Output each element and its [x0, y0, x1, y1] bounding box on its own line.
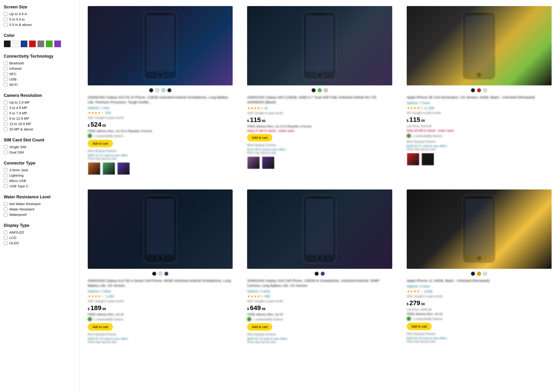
- used-offers-0[interactable]: $385.15 21 used & new offers: [88, 153, 233, 157]
- filter-item-screen-size-2[interactable]: 5.5 in & above: [4, 23, 75, 27]
- color-swatch-1[interactable]: [12, 40, 19, 47]
- filter-item-connector-3[interactable]: USB Type C: [4, 184, 75, 188]
- color-swatch-6[interactable]: [54, 40, 61, 47]
- product-title-4[interactable]: SAMSUNG Galaxy S24 Cell Phone, 128GB AI …: [247, 278, 392, 288]
- checkbox-display-type-2[interactable]: [4, 241, 8, 245]
- checkbox-connector-2[interactable]: [4, 179, 8, 183]
- color-dot-3-1[interactable]: [158, 271, 162, 276]
- color-dot-1-1[interactable]: [318, 88, 322, 92]
- filter-item-screen-size-0[interactable]: Up to 3.9 in: [4, 12, 75, 16]
- variant-thumb-0-0[interactable]: [88, 162, 100, 175]
- filter-item-camera-resolution-1[interactable]: 3 to 4.9 MP: [4, 106, 75, 110]
- checkbox-connector-1[interactable]: [4, 174, 8, 177]
- color-swatch-5[interactable]: [46, 40, 53, 47]
- checkbox-display-type-0[interactable]: [4, 231, 8, 234]
- review-count-1[interactable]: M: [265, 106, 268, 110]
- checkbox-connectivity-2[interactable]: [4, 72, 8, 76]
- checkbox-water-resistance-0[interactable]: [4, 202, 8, 206]
- color-dot-5-0[interactable]: [471, 271, 475, 276]
- color-dot-0-0[interactable]: [149, 88, 153, 92]
- checkbox-water-resistance-2[interactable]: [4, 213, 8, 217]
- color-swatch-3[interactable]: [29, 40, 36, 47]
- checkbox-display-type-1[interactable]: [4, 236, 8, 240]
- color-dot-3-0[interactable]: [152, 271, 156, 276]
- checkbox-connectivity-4[interactable]: [4, 83, 8, 87]
- filter-item-connectivity-1[interactable]: Infrared: [4, 67, 75, 70]
- filter-item-connector-0[interactable]: 3.5mm Jack: [4, 168, 75, 172]
- color-dot-1-0[interactable]: [311, 88, 316, 92]
- product-card-5[interactable]: Apple iPhone 12, 64GB, Black - Unlocked …: [403, 186, 555, 349]
- checkbox-sim-card-1[interactable]: [4, 151, 8, 154]
- checkbox-connector-0[interactable]: [4, 168, 8, 172]
- product-card-1[interactable]: SAMSUNG Galaxy A05 (128GB, 4GB) 6.7' Dua…: [243, 2, 396, 179]
- filter-item-camera-resolution-2[interactable]: 5 to 7.9 MP: [4, 111, 75, 115]
- color-dot-4-0[interactable]: [315, 271, 319, 276]
- color-dot-5-1[interactable]: [477, 271, 481, 276]
- checkbox-connector-3[interactable]: [4, 184, 8, 188]
- product-options-2[interactable]: Options: 7 more: [407, 101, 552, 105]
- add-to-cart-button-4[interactable]: Add to cart: [247, 323, 272, 331]
- product-title-2[interactable]: Apple iPhone SE 2nd Generation, US Versi…: [407, 95, 552, 100]
- filter-item-screen-size-1[interactable]: 5 to 5.4 in: [4, 17, 75, 21]
- checkbox-camera-resolution-1[interactable]: [4, 106, 8, 110]
- used-offers-2[interactable]: $108.00 27 used & new offers: [407, 144, 552, 148]
- checkbox-screen-size-0[interactable]: [4, 12, 8, 16]
- filter-item-water-resistance-1[interactable]: Water-Resistant: [4, 207, 75, 211]
- color-swatch-4[interactable]: [37, 40, 44, 47]
- checkbox-connectivity-3[interactable]: [4, 78, 8, 81]
- color-dot-1-2[interactable]: [324, 88, 328, 92]
- filter-item-camera-resolution-5[interactable]: 20 MP & above: [4, 127, 75, 131]
- color-dot-0-1[interactable]: [155, 88, 159, 92]
- review-count-0[interactable]: 676: [105, 111, 111, 115]
- filter-item-connectivity-2[interactable]: NFC: [4, 72, 75, 76]
- review-count-4[interactable]: 892: [265, 294, 270, 298]
- color-dot-2-2[interactable]: [483, 88, 487, 92]
- add-to-cart-button-3[interactable]: Add to cart: [88, 323, 113, 331]
- color-dot-5-2[interactable]: [483, 271, 487, 276]
- filter-item-camera-resolution-4[interactable]: 13 to 19.9 MP: [4, 122, 75, 126]
- checkbox-connectivity-1[interactable]: [4, 67, 8, 70]
- add-to-cart-button-5[interactable]: Add to cart: [407, 323, 432, 330]
- filter-item-connector-1[interactable]: Lightning: [4, 173, 75, 177]
- variant-thumb-0-2[interactable]: [117, 162, 130, 175]
- color-dot-0-2[interactable]: [161, 88, 165, 92]
- product-title-1[interactable]: SAMSUNG Galaxy A05 (128GB, 4GB) 6.7' Dua…: [247, 95, 392, 105]
- product-title-0[interactable]: SAMSUNG Galaxy S23 FE AI Phone, 128GB Un…: [88, 95, 233, 105]
- color-dot-0-3[interactable]: [167, 88, 171, 92]
- product-options-3[interactable]: Options: 2 sizes: [88, 289, 233, 293]
- checkbox-camera-resolution-4[interactable]: [4, 122, 8, 126]
- color-dot-4-1[interactable]: [320, 271, 325, 276]
- filter-item-camera-resolution-0[interactable]: Up to 2.9 MP: [4, 100, 75, 104]
- checkbox-camera-resolution-0[interactable]: [4, 101, 8, 104]
- filter-item-display-type-0[interactable]: AMOLED: [4, 230, 75, 234]
- filter-item-connectivity-4[interactable]: Wi-Fi: [4, 83, 75, 87]
- filter-item-connectivity-0[interactable]: Bluetooth: [4, 61, 75, 65]
- color-swatch-0[interactable]: [4, 40, 11, 47]
- used-offers-1[interactable]: $115.48 6 used & new offers: [247, 148, 392, 151]
- variant-thumb-2-0[interactable]: [407, 153, 420, 166]
- filter-item-water-resistance-2[interactable]: Waterproof: [4, 212, 75, 217]
- color-dot-2-0[interactable]: [471, 88, 475, 92]
- color-swatch-2[interactable]: [20, 40, 28, 47]
- variant-thumb-1-1[interactable]: [262, 156, 275, 169]
- checkbox-screen-size-1[interactable]: [4, 18, 8, 21]
- filter-item-water-resistance-0[interactable]: Not Water Resistant: [4, 202, 75, 206]
- filter-item-connector-2[interactable]: Micro USB: [4, 179, 75, 183]
- add-to-cart-button-1[interactable]: Add to cart: [247, 134, 272, 141]
- filter-item-camera-resolution-3[interactable]: 8 to 12.9 MP: [4, 116, 75, 121]
- checkbox-screen-size-2[interactable]: [4, 23, 8, 27]
- checkbox-connectivity-0[interactable]: [4, 61, 8, 65]
- filter-item-display-type-2[interactable]: OLED: [4, 241, 75, 245]
- checkbox-camera-resolution-5[interactable]: [4, 127, 8, 131]
- product-options-4[interactable]: Options: 3 sizes: [247, 289, 392, 293]
- review-count-3[interactable]: 1,200: [105, 294, 114, 298]
- color-dot-3-2[interactable]: [164, 271, 169, 276]
- add-to-cart-button-0[interactable]: Add to cart: [88, 140, 113, 147]
- variant-thumb-2-1[interactable]: [421, 153, 434, 166]
- filter-item-sim-card-0[interactable]: Single SIM: [4, 145, 75, 149]
- checkbox-sim-card-0[interactable]: [4, 145, 8, 149]
- used-offers-3[interactable]: $160.00 15 used & new offers: [88, 337, 233, 341]
- filter-item-sim-card-1[interactable]: Dual SIM: [4, 150, 75, 154]
- color-dot-2-1[interactable]: [477, 88, 481, 92]
- used-offers-4[interactable]: $620.00 10 used & new offers: [247, 337, 392, 341]
